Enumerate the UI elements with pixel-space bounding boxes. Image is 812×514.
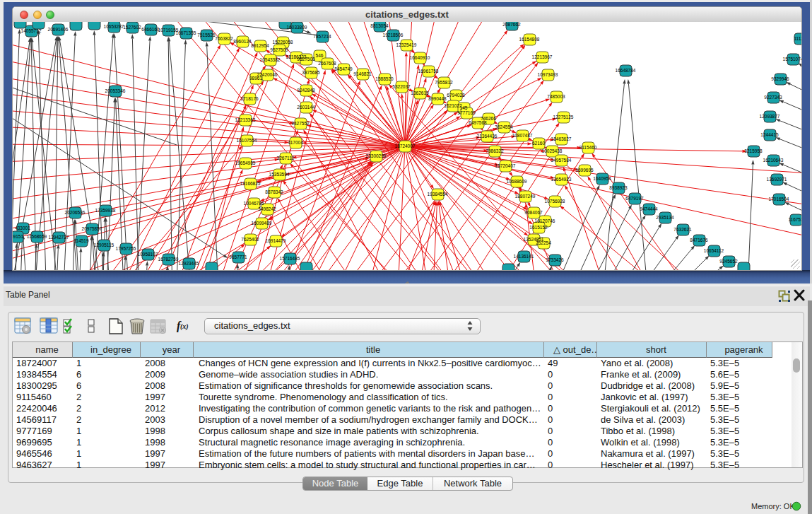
svg-text:16120746: 16120746: [535, 218, 555, 223]
svg-text:9427552: 9427552: [291, 121, 310, 126]
svg-text:6466160: 6466160: [141, 27, 160, 32]
svg-text:7955812: 7955812: [435, 80, 453, 85]
svg-text:252254: 252254: [536, 240, 551, 245]
svg-text:16671355: 16671355: [176, 30, 196, 35]
svg-text:145: 145: [460, 105, 468, 110]
svg-text:20206536: 20206536: [65, 210, 86, 215]
svg-text:9227343: 9227343: [764, 95, 782, 100]
svg-text:9699695: 9699695: [575, 168, 594, 173]
svg-text:7625402: 7625402: [241, 237, 259, 242]
svg-text:19654985: 19654985: [235, 160, 256, 165]
svg-text:1244415: 1244415: [760, 132, 779, 137]
svg-text:13692971: 13692971: [767, 177, 787, 182]
svg-text:8471676: 8471676: [690, 238, 708, 243]
svg-text:8938923: 8938923: [609, 185, 628, 190]
svg-text:433001: 433001: [15, 226, 30, 230]
svg-text:1640954: 1640954: [593, 176, 611, 181]
svg-text:10958107: 10958107: [138, 252, 158, 257]
svg-text:16099489: 16099489: [252, 221, 272, 226]
svg-text:34957584: 34957584: [551, 158, 572, 163]
svg-text:20691406: 20691406: [48, 27, 69, 32]
svg-text:116753: 116753: [788, 217, 801, 222]
svg-text:1615152: 1615152: [529, 225, 548, 230]
svg-text:12275125: 12275125: [553, 115, 574, 119]
svg-text:19166825: 19166825: [240, 181, 261, 186]
svg-text:20975857: 20975857: [82, 226, 102, 231]
svg-text:9329946: 9329946: [771, 76, 789, 81]
svg-text:3875685: 3875685: [302, 70, 320, 75]
svg-text:9115460: 9115460: [579, 145, 597, 150]
svg-text:17016504: 17016504: [769, 197, 789, 201]
svg-text:8813054: 8813054: [370, 23, 389, 28]
svg-text:10653287: 10653287: [104, 24, 124, 29]
svg-text:21364436: 21364436: [477, 134, 498, 139]
svg-text:8912954: 8912954: [251, 43, 269, 48]
svg-text:(x): (x): [180, 322, 189, 331]
svg-text:10973493: 10973493: [538, 72, 558, 77]
svg-text:3624554: 3624554: [495, 124, 513, 129]
svg-text:18807249: 18807249: [515, 194, 536, 199]
svg-text:15751074: 15751074: [783, 57, 801, 62]
svg-text:16640910: 16640910: [410, 55, 430, 60]
svg-text:2603144: 2603144: [297, 105, 315, 110]
svg-text:15226058: 15226058: [273, 40, 293, 45]
svg-text:1588520: 1588520: [375, 76, 394, 81]
svg-text:10654112: 10654112: [704, 248, 724, 253]
svg-text:15720407: 15720407: [495, 163, 516, 168]
svg-text:11568659: 11568659: [27, 234, 47, 239]
svg-text:16154808: 16154808: [519, 37, 540, 42]
svg-text:16914479: 16914479: [266, 238, 286, 243]
svg-text:19218506: 19218506: [383, 33, 404, 37]
svg-text:2667608: 2667608: [318, 61, 336, 66]
svg-text:12325419: 12325419: [396, 42, 417, 47]
svg-text:16648784: 16648784: [616, 68, 636, 73]
svg-text:10807487: 10807487: [512, 133, 533, 138]
svg-text:9777169: 9777169: [457, 110, 476, 115]
svg-text:6497568: 6497568: [469, 120, 487, 125]
svg-text:114519: 114519: [73, 238, 89, 243]
svg-text:8215958: 8215958: [744, 148, 763, 153]
svg-text:3498242: 3498242: [258, 206, 276, 211]
svg-text:15353594: 15353594: [269, 172, 290, 177]
svg-text:16961758: 16961758: [418, 69, 439, 74]
svg-text:15716485: 15716485: [280, 256, 300, 261]
svg-text:8960124: 8960124: [233, 39, 252, 44]
svg-text:10756928: 10756928: [545, 199, 565, 204]
svg-text:18463627: 18463627: [551, 136, 572, 141]
svg-text:1733426: 1733426: [546, 257, 564, 262]
svg-text:417004: 417004: [288, 140, 303, 145]
svg-text:8878342: 8878342: [265, 189, 283, 194]
svg-text:16782759: 16782759: [158, 257, 179, 262]
svg-text:13654923: 13654923: [551, 177, 572, 182]
svg-text:8454749: 8454749: [334, 66, 353, 71]
svg-text:10543382: 10543382: [260, 57, 281, 62]
svg-text:9084067: 9084067: [524, 210, 543, 215]
svg-text:62160: 62160: [532, 141, 545, 146]
svg-text:17957255: 17957255: [116, 246, 136, 251]
svg-text:16107554: 16107554: [237, 138, 257, 143]
svg-text:16033809: 16033809: [287, 25, 307, 30]
svg-text:17359938: 17359938: [95, 208, 116, 213]
svg-text:2935134: 2935134: [656, 215, 674, 220]
svg-text:7663822: 7663822: [215, 36, 233, 41]
svg-text:14136141: 14136141: [514, 254, 534, 259]
svg-text:11123: 11123: [794, 36, 801, 41]
svg-text:9527508: 9527508: [297, 57, 315, 62]
svg-text:8990448: 8990448: [428, 96, 447, 101]
svg-text:12093877: 12093877: [760, 114, 780, 119]
svg-text:2718176: 2718176: [240, 96, 259, 101]
svg-text:9527509: 9527509: [270, 47, 288, 52]
svg-text:23300295: 23300295: [366, 153, 387, 158]
svg-text:12213967: 12213967: [532, 54, 553, 59]
svg-text:9474444: 9474444: [640, 206, 658, 211]
svg-text:6479197: 6479197: [625, 196, 644, 201]
svg-text:1362615: 1362615: [411, 90, 429, 95]
svg-text:9657771: 9657771: [229, 255, 247, 259]
svg-text:20053346: 20053346: [105, 88, 126, 93]
svg-text:3267110: 3267110: [277, 156, 295, 160]
svg-text:9242848: 9242848: [297, 88, 315, 93]
svg-text:19384554: 19384554: [428, 192, 448, 197]
svg-text:2087662: 2087662: [502, 22, 521, 27]
svg-text:12213363: 12213363: [235, 117, 256, 122]
svg-text:10688609: 10688609: [507, 179, 527, 184]
